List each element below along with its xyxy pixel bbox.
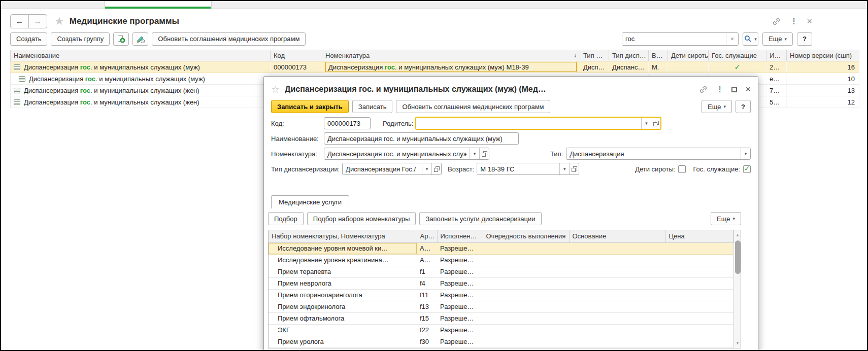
col-header-version[interactable]: Номер версии (сшп) [787,50,859,61]
active-cell[interactable]: Диспансеризация гос. и муниципальных слу… [325,62,577,72]
dialog-more-button[interactable]: Еще ▾ [702,100,732,113]
chevron-down-icon[interactable]: ▾ [470,148,479,159]
dialog-title: Диспансеризация гос. и муниципальных слу… [285,85,693,94]
nav-buttons: ← → [10,14,47,28]
open-choice-icon[interactable] [431,163,441,174]
dialog-help-button[interactable]: ? [736,100,751,113]
back-button[interactable]: ← [10,14,29,28]
tab-medical-services[interactable]: Медицинские услуги [271,195,349,208]
chevron-down-icon: ▾ [754,37,757,42]
active-tab-indicator [105,7,211,9]
col-header-price[interactable]: Цена [665,230,733,242]
open-choice-icon[interactable] [479,148,489,159]
col-header-disp-type[interactable]: Тип дисп… [609,50,649,61]
col-header-v[interactable]: В… [649,50,668,61]
col-header-ar[interactable]: Ар… [417,230,437,242]
open-choice-icon[interactable] [651,118,660,129]
dialog-window-controls: ⋮ × [699,84,751,95]
col-header-i[interactable]: И… [766,50,787,61]
save-button[interactable]: Записать [352,100,393,113]
service-row[interactable]: Прием офтальмолога f15 Разреше… [269,312,733,324]
service-row[interactable]: Исследование уровня креатинина… А… Разре… [269,254,733,266]
chevron-down-icon[interactable]: ▾ [741,148,750,159]
titlebar: ← → ★ Медицинские программы ⋮ × [10,13,812,29]
col-header-orphans[interactable]: Дети сироты [668,50,709,61]
search-box: × [622,32,739,46]
chevron-down-icon[interactable]: ▾ [641,118,651,129]
col-header-gov[interactable]: Гос. служащие [709,50,766,61]
create-button[interactable]: Создать [10,32,47,46]
help-button[interactable]: ? [797,32,812,46]
service-row[interactable]: Прием терапевта f1 Разреше… [269,266,733,277]
service-row[interactable]: Исследование уровня мочевой ки… А… Разре… [269,242,733,254]
pick-sets-button[interactable]: Подбор наборов номенклатуры [307,212,416,225]
col-header-set-nomenclature[interactable]: Набор номенклатуры, Номенклатура [269,230,417,242]
close-window-icon[interactable]: × [807,16,812,27]
services-scrollbar[interactable]: ▲ ▼ [733,230,741,348]
type-field[interactable] [566,148,741,159]
save-and-close-button[interactable]: Записать и закрыть [271,100,349,113]
col-header-type[interactable]: Тип … [580,50,609,61]
search-zone: × ▾ Еще ▾ ? [622,32,812,46]
search-clear-icon[interactable]: × [726,33,738,45]
col-header-basis[interactable]: Основание [569,230,665,242]
age-field[interactable] [477,163,559,174]
page-title: Медицинские программы [70,16,179,26]
parent-combo: ▾ [415,117,661,130]
chevron-down-icon[interactable]: ▾ [422,163,431,174]
form-row-nomenclature-type: Номенклатура: ▾ Тип: ▾ [271,148,751,160]
service-row[interactable]: Прием уролога f30 Разреше… [269,336,733,347]
close-dialog-icon[interactable]: × [745,84,751,95]
favorite-star-outline-icon[interactable]: ☆ [271,84,280,95]
service-row[interactable]: Прием оториноларинголога f11 Разреше… [269,289,733,301]
scroll-down-icon[interactable]: ▼ [734,340,742,347]
col-header-nomenclature[interactable]: Номенклатура↓ [322,50,580,61]
service-row[interactable]: Прием эндокринолога f13 Разреше… [269,301,733,312]
menu-kebab-icon[interactable]: ⋮ [790,17,797,26]
services-more-button[interactable]: Еще ▾ [711,212,741,225]
copy-item-button[interactable] [113,32,129,46]
col-header-name[interactable]: Наименование [11,50,271,61]
open-choice-icon[interactable] [569,163,579,174]
link-icon[interactable] [772,17,781,26]
search-input[interactable] [622,33,726,45]
nomenclature-label: Номенклатура: [271,150,324,158]
type-label: Тип: [550,150,563,158]
type-combo: ▾ [566,148,751,160]
medical-program-dialog: ☆ Диспансеризация гос. и муниципальных с… [263,76,758,351]
service-row[interactable]: ЭКГ f22 Разреше… [269,324,733,336]
scroll-up-icon[interactable]: ▲ [734,231,742,238]
disp-type-field[interactable] [343,163,422,174]
chevron-down-icon: ▾ [732,216,735,221]
code-field[interactable] [324,117,371,129]
orphans-checkbox[interactable] [678,165,686,173]
dialog-tab-strip: Медицинские услуги [271,195,751,208]
gov-checkbox[interactable]: ✓ [743,165,751,173]
update-agreements-button[interactable]: Обновить соглашения медицинских программ [396,100,550,113]
col-header-order[interactable]: Очередность выполнения [483,230,569,242]
maximize-icon[interactable] [731,87,737,92]
edit-history-button[interactable] [132,32,148,46]
parent-field[interactable] [416,118,641,129]
list-more-button[interactable]: Еще ▾ [762,32,793,46]
favorite-star-icon[interactable]: ★ [54,15,64,28]
scrollbar-thumb[interactable] [735,240,741,274]
create-group-button[interactable]: Создать группу [51,32,110,46]
link-icon[interactable] [699,85,708,94]
gov-check-icon: ✓ [709,61,766,73]
chevron-down-icon[interactable]: ▾ [559,163,569,174]
list-toolbar: Создать Создать группу Обновить [10,32,306,46]
col-header-exec[interactable]: Исполнен… [437,230,483,242]
fill-services-button[interactable]: Заполнить услуги диспансеризации [419,212,541,225]
col-header-code[interactable]: Код [271,50,322,61]
update-agreements-button[interactable]: Обновить соглашения медицинских программ [152,32,306,46]
search-button[interactable]: ▾ [743,32,758,46]
forward-button[interactable]: → [28,14,47,28]
menu-kebab-icon[interactable]: ⋮ [716,85,723,94]
table-row[interactable]: Диспансеризация гос. и муниципальных слу… [11,61,859,73]
service-row[interactable]: Прием невролога f4 Разреше… [269,277,733,289]
nomenclature-field[interactable] [324,148,470,159]
form-row-code-parent: Код: Родитель: ▾ [271,117,751,129]
pick-button[interactable]: Подбор [268,212,304,225]
name-field[interactable] [324,132,519,145]
